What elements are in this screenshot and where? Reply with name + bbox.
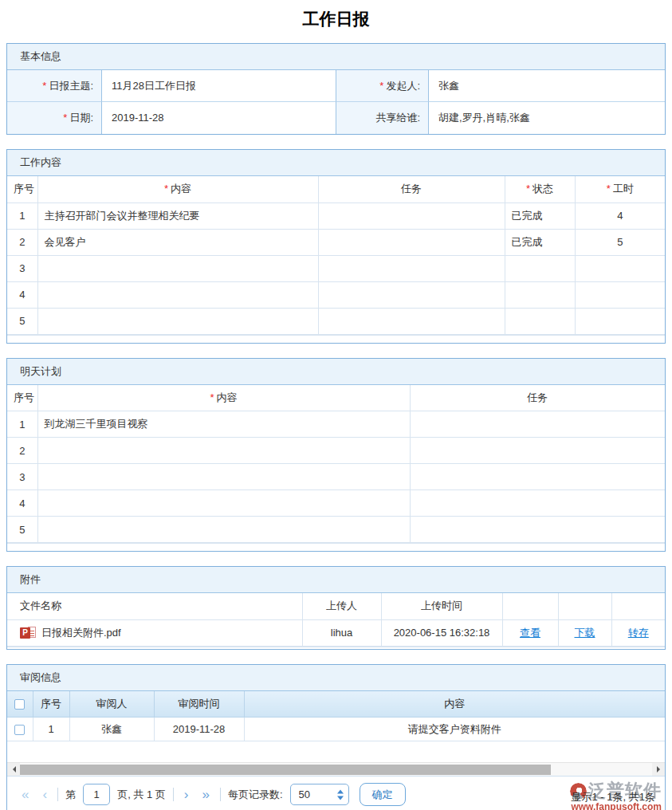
page-title: 工作日报 [0, 0, 672, 43]
page-number-input[interactable] [83, 784, 110, 805]
review-info-section-title: 审阅信息 [7, 665, 665, 691]
spinner-down-icon [337, 796, 344, 803]
work-daily-report-page: 工作日报 基本信息 *日报主题: 11月28日工作日报 *发起人: 张鑫 *日期… [0, 0, 672, 810]
cell-status [505, 308, 575, 334]
field-value-share: 胡建,罗丹,肖晴,张鑫 [429, 102, 665, 134]
download-link[interactable]: 下载 [575, 627, 595, 639]
table-row: 5 [7, 308, 665, 334]
table-row: 1 张鑫 2019-11-28 请提交客户资料附件 [7, 718, 665, 741]
cell-action-view: 查看 [502, 619, 558, 646]
horizontal-scrollbar[interactable] [7, 762, 665, 776]
file-name-text: 日报相关附件.pdf [41, 626, 121, 640]
cell-file-name: P 日报相关附件.pdf [7, 619, 302, 646]
table-row: 3 [7, 464, 665, 490]
cell-no: 1 [33, 718, 69, 741]
confirm-button[interactable]: 确定 [360, 783, 406, 806]
page-label-prefix: 第 [65, 788, 76, 802]
spinner-up-icon [337, 786, 344, 793]
required-star: * [63, 112, 67, 124]
cell-hours [575, 281, 665, 308]
work-content-section-title: 工作内容 [7, 150, 665, 176]
cell-content [37, 281, 318, 308]
panel-bottom-strip [7, 647, 665, 649]
col-header-status: *状态 [505, 176, 575, 202]
col-header-hours: *工时 [575, 176, 665, 202]
transfer-link[interactable]: 转存 [628, 627, 649, 639]
cell-action-transfer: 转存 [611, 619, 665, 646]
pagination-bar: « ‹ 第 页, 共 1 页 › » 每页记录数: 确定 泛普软件 www.fa… [7, 776, 665, 810]
cell-content [37, 517, 410, 543]
col-header-action1 [502, 593, 558, 619]
row-checkbox[interactable] [14, 725, 25, 735]
col-header-uploader: 上传人 [302, 593, 381, 619]
field-label-text: 发起人: [386, 80, 420, 92]
attachments-table: 文件名称 上传人 上传时间 P 日报相关附件.pdf lihua 2020-06… [7, 593, 665, 647]
cell-task [318, 308, 505, 334]
divider [220, 788, 221, 801]
next-page-button[interactable]: › [181, 788, 192, 801]
review-info-panel: 审阅信息 序号 审阅人 审阅时间 内容 1 张鑫 2019-11-28 请提交客… [6, 664, 666, 810]
last-page-button[interactable]: » [199, 788, 213, 801]
col-header-content: 内容 [244, 691, 665, 718]
cell-content [37, 308, 318, 334]
required-star: * [379, 80, 383, 92]
field-value-initiator: 张鑫 [429, 70, 665, 102]
attachments-panel: 附件 文件名称 上传人 上传时间 P 日报相关附件.pdf lihua [6, 566, 666, 650]
cell-task [318, 229, 505, 255]
table-header-row: 序号 审阅人 审阅时间 内容 [7, 691, 665, 718]
col-header-no: 序号 [7, 385, 37, 411]
prev-page-button[interactable]: ‹ [39, 788, 50, 801]
scroll-left-arrow[interactable] [7, 763, 20, 777]
cell-hours [575, 255, 665, 281]
field-label-text: 共享给谁: [375, 112, 420, 124]
divider [173, 788, 174, 801]
required-star: * [607, 183, 611, 195]
cell-hours [575, 308, 665, 334]
required-star: * [164, 183, 168, 195]
cell-content [37, 438, 410, 464]
col-header-upload-time: 上传时间 [381, 593, 502, 619]
select-all-checkbox[interactable] [14, 699, 25, 710]
col-header-content: *内容 [37, 176, 318, 202]
table-row: 2 会见客户 已完成 5 [7, 229, 665, 255]
cell-content: 到龙湖三千里项目视察 [37, 411, 410, 438]
cell-task [318, 281, 505, 308]
required-star: * [42, 80, 46, 92]
cell-hours: 4 [575, 202, 665, 229]
scroll-right-arrow[interactable] [652, 763, 665, 777]
view-link[interactable]: 查看 [520, 627, 540, 639]
first-page-button[interactable]: « [18, 788, 32, 801]
table-row: 2 [7, 438, 665, 464]
cell-content [37, 490, 410, 517]
cell-no: 5 [7, 308, 37, 334]
col-header-no: 序号 [7, 176, 37, 202]
cell-no: 1 [7, 411, 37, 438]
required-star: * [526, 183, 530, 195]
field-value-date: 2019-11-28 [102, 102, 336, 134]
record-summary: 显示1 - 1条, 共1条 [572, 790, 655, 804]
cell-review-time: 2019-11-28 [154, 718, 244, 741]
col-header-no: 序号 [33, 691, 69, 718]
cell-status: 已完成 [505, 229, 575, 255]
review-empty-area [7, 741, 665, 762]
cell-no: 1 [7, 202, 37, 229]
basic-info-section-title: 基本信息 [7, 44, 665, 70]
field-label-date: *日期: [7, 102, 102, 134]
cell-select [7, 718, 33, 741]
cell-status: 已完成 [505, 202, 575, 229]
col-header-task: 任务 [410, 385, 665, 411]
field-label-share: 共享给谁: [336, 102, 429, 134]
page-size-box [290, 784, 349, 805]
review-info-table: 序号 审阅人 审阅时间 内容 1 张鑫 2019-11-28 请提交客户资料附件 [7, 691, 665, 742]
col-header-select [7, 691, 33, 718]
table-header-row: 文件名称 上传人 上传时间 [7, 593, 665, 619]
cell-content: 主持召开部门会议并整理相关纪要 [37, 202, 318, 229]
col-header-file-name: 文件名称 [7, 593, 302, 619]
scrollbar-track[interactable] [20, 763, 652, 777]
cell-content [37, 464, 410, 490]
tomorrow-plan-panel: 明天计划 序号 *内容 任务 1 到龙湖三千里项目视察 2 3 [6, 358, 666, 552]
cell-no: 4 [7, 490, 37, 517]
scrollbar-thumb[interactable] [20, 765, 551, 775]
spinner-control[interactable] [337, 786, 344, 803]
tomorrow-plan-table: 序号 *内容 任务 1 到龙湖三千里项目视察 2 3 4 [7, 385, 665, 544]
